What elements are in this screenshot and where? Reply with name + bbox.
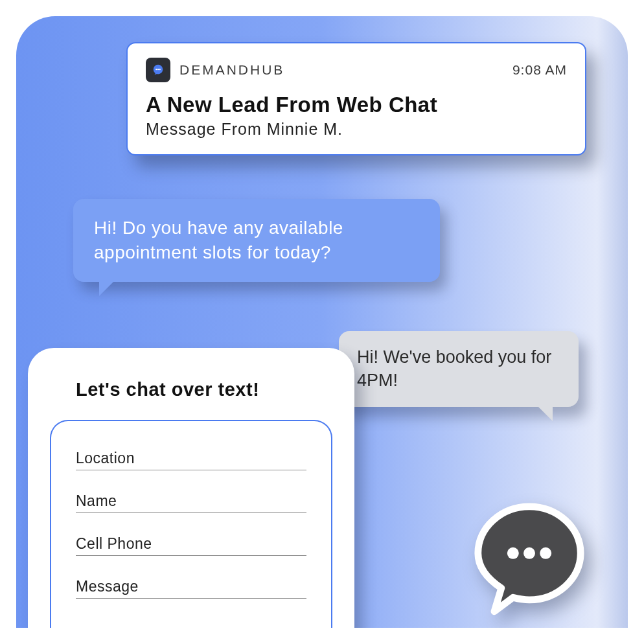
name-label: Name (76, 492, 306, 510)
chat-bubble-icon (471, 500, 588, 616)
app-name: DEMANDHUB (179, 62, 284, 78)
incoming-message-text: Hi! Do you have any available appointmen… (94, 218, 343, 262)
phone-label: Cell Phone (76, 535, 306, 553)
svg-point-6 (540, 547, 551, 559)
chat-launcher-button[interactable] (471, 500, 588, 616)
svg-point-2 (157, 69, 159, 70)
reply-message-bubble: Hi! We've booked you for 4PM! (339, 331, 579, 407)
location-label: Location (76, 450, 306, 467)
field-underline (76, 512, 306, 513)
svg-point-4 (507, 547, 519, 559)
app-icon (146, 58, 170, 82)
promo-canvas: DEMANDHUB 9:08 AM A New Lead From Web Ch… (16, 16, 628, 628)
notification-time: 9:08 AM (512, 62, 567, 78)
field-underline (76, 470, 306, 470)
phone-field[interactable]: Cell Phone (76, 535, 306, 556)
svg-point-1 (155, 69, 157, 70)
location-field[interactable]: Location (76, 450, 306, 470)
name-field[interactable]: Name (76, 492, 306, 513)
field-underline (76, 598, 306, 599)
form-fields-box: Location Name Cell Phone Message (50, 420, 332, 628)
notification-header: DEMANDHUB 9:08 AM (146, 58, 567, 82)
chat-form-card: Let's chat over text! Location Name Cell… (28, 348, 354, 628)
incoming-message-bubble: Hi! Do you have any available appointmen… (73, 199, 440, 282)
reply-message-text: Hi! We've booked you for 4PM! (357, 347, 551, 390)
notification-card[interactable]: DEMANDHUB 9:08 AM A New Lead From Web Ch… (126, 42, 586, 155)
form-heading: Let's chat over text! (76, 379, 332, 400)
message-field[interactable]: Message (76, 578, 306, 599)
field-underline (76, 555, 306, 556)
message-label: Message (76, 578, 306, 595)
notification-title: A New Lead From Web Chat (146, 93, 567, 117)
svg-point-5 (523, 547, 535, 559)
svg-point-3 (159, 69, 161, 70)
notification-subtitle: Message From Minnie M. (146, 120, 567, 139)
